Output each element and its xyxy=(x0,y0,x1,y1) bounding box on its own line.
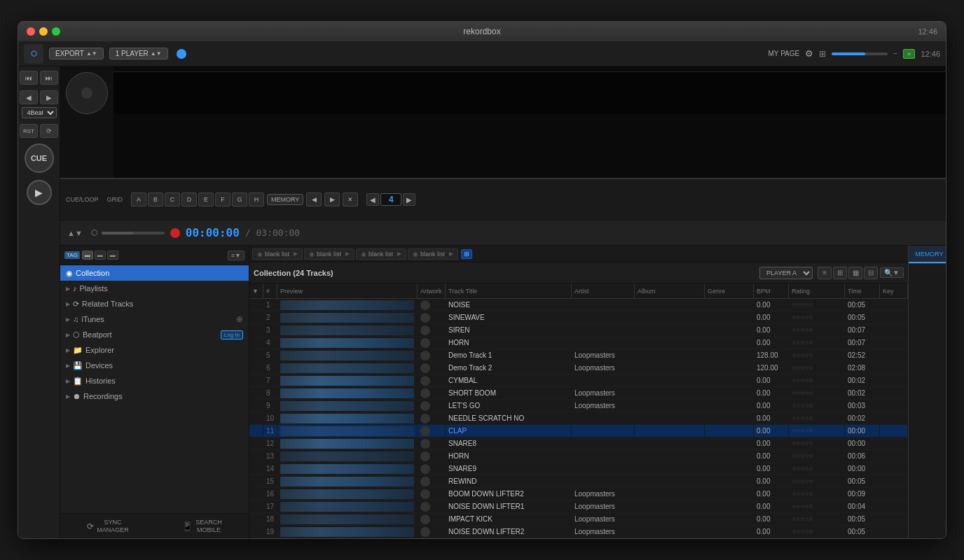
sync-manager-button[interactable]: ⟳ SYNC MANAGER xyxy=(83,517,133,536)
track-row[interactable]: 15 REWIND 0.00 ☆☆☆☆☆ 00:05 xyxy=(249,475,908,488)
record-button[interactable] xyxy=(170,228,180,238)
pad-g[interactable]: G xyxy=(232,192,247,206)
th-key: Key xyxy=(880,284,908,298)
beats-select[interactable]: 4Beats xyxy=(22,107,57,118)
track-row[interactable]: 8 SHORT BOOM Loopmasters 0.00 ☆☆☆☆☆ 00:0… xyxy=(249,387,908,400)
search-button[interactable]: 🔍▼ xyxy=(880,267,904,278)
artwork-view-btn[interactable]: ⊟ xyxy=(864,267,878,279)
vol-minus-icon[interactable]: − xyxy=(893,50,897,57)
pad-e[interactable]: E xyxy=(198,192,214,206)
album-view-btn[interactable]: ▦ xyxy=(848,267,862,279)
track-row[interactable]: 11 CLAP 0.00 ☆☆☆☆☆ 00:00 xyxy=(249,425,908,438)
track-row[interactable]: 1 NOISE 0.00 ☆☆☆☆☆ 00:05 xyxy=(249,299,908,312)
track-row[interactable]: 19 NOISE DOWN LIFTER2 Loopmasters 0.00 ☆… xyxy=(249,526,908,538)
track-bpm-5: 120.00 xyxy=(754,362,789,374)
track-row[interactable]: 4 HORN 0.00 ☆☆☆☆☆ 00:07 xyxy=(249,337,908,349)
sidebar-item-beatport[interactable]: ▶ ⬡ Beatport Log In xyxy=(60,327,249,342)
tempo-up-icon[interactable]: ▲▼ xyxy=(66,227,84,239)
track-table[interactable]: ▼ # Preview Artwork Track Title Artist A… xyxy=(249,284,908,538)
sidebar-view-btn-2[interactable]: ▬ xyxy=(95,251,106,260)
loop-close-btn[interactable]: ✕ xyxy=(343,192,358,206)
track-row[interactable]: 18 IMPACT KICK Loopmasters 0.00 ☆☆☆☆☆ 00… xyxy=(249,513,908,526)
play-button[interactable]: ▶ xyxy=(27,180,52,205)
loop-nav-next[interactable]: ▶ xyxy=(403,193,415,206)
pad-b[interactable]: B xyxy=(148,192,163,206)
track-preview-10 xyxy=(277,425,418,437)
pitch-slider[interactable] xyxy=(102,232,165,234)
pad-c[interactable]: C xyxy=(165,192,180,206)
track-row[interactable]: 17 NOISE DOWN LIFTER1 Loopmasters 0.00 ☆… xyxy=(249,500,908,513)
window-controls xyxy=(27,27,60,36)
rst-button[interactable]: RST xyxy=(20,124,38,138)
maximize-button[interactable] xyxy=(52,27,60,36)
cue-button[interactable]: CUE xyxy=(25,144,54,173)
pad-a[interactable]: A xyxy=(131,192,146,206)
skip-forward-button[interactable]: ⏭ xyxy=(40,71,58,85)
export-button[interactable]: EXPORT ▲▼ xyxy=(49,48,104,59)
collection-icon: ◉ xyxy=(66,269,73,278)
loop-play-btn[interactable]: ▶ xyxy=(324,192,340,206)
search-mobile-button[interactable]: 📱 SEARCH MOBILE xyxy=(178,517,226,536)
player-button[interactable]: 1 PLAYER ▲▼ xyxy=(109,48,168,59)
forward-button[interactable]: ▶ xyxy=(40,90,58,104)
pad-h[interactable]: H xyxy=(249,192,264,206)
pad-d[interactable]: D xyxy=(181,192,197,206)
track-row[interactable]: 2 SINEWAVE 0.00 ☆☆☆☆☆ 00:05 xyxy=(249,312,908,324)
pad-f[interactable]: F xyxy=(215,192,230,206)
th-rating: Rating xyxy=(789,284,845,298)
logo-icon: ⬡ xyxy=(31,50,37,57)
track-row[interactable]: 16 BOOM DOWN LIFTER2 Loopmasters 0.00 ☆☆… xyxy=(249,488,908,500)
artwork-mini-13 xyxy=(420,464,430,474)
sidebar-item-collection[interactable]: ◉ Collection xyxy=(60,265,249,281)
skip-back-button[interactable]: ⏮ xyxy=(20,71,38,85)
sidebar-item-itunes[interactable]: ▶ ♫ iTunes ⊕ xyxy=(60,312,249,327)
track-row[interactable]: 5 Demo Track 1 Loopmasters 128.00 ☆☆☆☆☆ … xyxy=(249,349,908,362)
memory-tab[interactable]: MEMORY xyxy=(909,246,946,263)
login-button[interactable]: Log In xyxy=(221,330,243,340)
track-album-0 xyxy=(635,299,705,311)
memory-button[interactable]: MEMORY xyxy=(267,194,303,205)
track-filter-11 xyxy=(249,438,263,449)
loop-prev-btn[interactable]: ◀ xyxy=(306,192,322,206)
pitch-bend-icon[interactable]: ⬡ xyxy=(90,227,99,239)
mini-wave-11 xyxy=(280,439,414,449)
track-row[interactable]: 12 SNARE8 0.00 ☆☆☆☆☆ 00:00 xyxy=(249,438,908,450)
sidebar-view-btn-1[interactable]: ▬ xyxy=(82,251,93,260)
track-row[interactable]: 7 CYMBAL 0.00 ☆☆☆☆☆ 00:02 xyxy=(249,374,908,387)
settings-icon[interactable]: ⚙ xyxy=(805,48,813,59)
track-row[interactable]: 3 SIREN 0.00 ☆☆☆☆☆ 00:07 xyxy=(249,324,908,337)
track-row[interactable]: 10 NEEDLE SCRATCH NO 0.00 ☆☆☆☆☆ 00:02 xyxy=(249,412,908,425)
deck-tab-1[interactable]: ◉ blank list ▶ xyxy=(252,248,303,260)
track-row[interactable]: 6 Demo Track 2 Loopmasters 120.00 ☆☆☆☆☆ … xyxy=(249,362,908,374)
list-view-btn[interactable]: ≡ xyxy=(818,267,832,279)
sidebar-item-playlists[interactable]: ▶ ♪ Playlists xyxy=(60,281,249,296)
sidebar-item-recordings[interactable]: ▶ ⏺ Recordings xyxy=(60,388,249,404)
loop-nav-prev[interactable]: ◀ xyxy=(366,193,379,206)
deck-tab-3[interactable]: ◉ blank list ▶ xyxy=(356,248,406,260)
track-row[interactable]: 9 LET'S GO Loopmasters 0.00 ☆☆☆☆☆ 00:03 xyxy=(249,400,908,412)
deck-tab-2[interactable]: ◉ blank list ▶ xyxy=(304,248,354,260)
close-button[interactable] xyxy=(27,27,35,36)
mypage-label: MY PAGE xyxy=(769,50,800,57)
sidebar-view-btn-3[interactable]: ▬ xyxy=(107,251,118,260)
itunes-add-icon[interactable]: ⊕ xyxy=(236,314,243,324)
loop-btn[interactable]: ⟳ xyxy=(40,124,58,138)
track-row[interactable]: 13 HORN 0.00 ☆☆☆☆☆ 00:06 xyxy=(249,450,908,463)
volume-bar[interactable] xyxy=(832,52,888,55)
logo-btn[interactable]: ⬡ xyxy=(24,44,43,64)
sidebar-item-explorer[interactable]: ▶ 📁 Explorer xyxy=(60,342,249,358)
active-deck-btn[interactable]: ⊞ xyxy=(461,249,472,259)
minimize-button[interactable] xyxy=(39,27,48,36)
related-arrow-icon: ▶ xyxy=(66,301,70,307)
grid-view-btn[interactable]: ⊞ xyxy=(833,267,847,279)
sidebar-item-histories[interactable]: ▶ 📋 Histories xyxy=(60,373,249,388)
track-artist-18: Loopmasters xyxy=(572,526,635,538)
track-genre-11 xyxy=(705,438,754,449)
deck-tab-4[interactable]: ◉ blank list ▶ xyxy=(408,248,458,260)
sidebar-item-devices[interactable]: ▶ 💾 Devices xyxy=(60,358,249,373)
sidebar-item-related[interactable]: ▶ ⟳ Related Tracks xyxy=(60,296,249,312)
track-row[interactable]: 14 SNARE9 0.00 ☆☆☆☆☆ 00:00 xyxy=(249,463,908,475)
backward-button[interactable]: ◀ xyxy=(20,90,38,104)
sidebar-list-btn[interactable]: ≡▼ xyxy=(228,251,245,260)
player-select[interactable]: PLAYER A xyxy=(759,267,813,279)
